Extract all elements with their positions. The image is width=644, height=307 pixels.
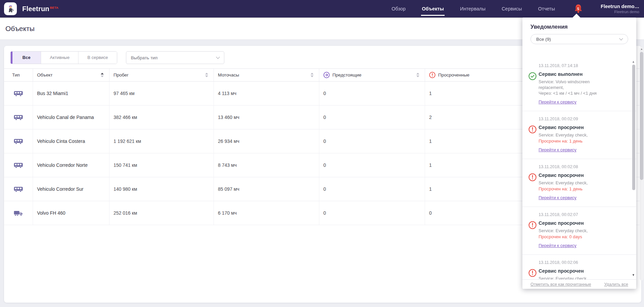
- mark-all-read-link[interactable]: Отметить все как прочитанные: [530, 282, 591, 287]
- column-label: Тип: [12, 72, 20, 78]
- type-select-placeholder: Выбрать тип: [131, 55, 158, 60]
- nav-tab[interactable]: Отчеты: [530, 0, 563, 18]
- go-to-service-link[interactable]: Перейти к сервису: [539, 195, 577, 200]
- column-header-upcoming[interactable]: Предстоящие: [319, 69, 425, 81]
- nav-tab[interactable]: Сервисы: [493, 0, 530, 18]
- notification-service: Service: Everyday check,: [539, 132, 613, 138]
- segment-label: Все: [23, 55, 31, 60]
- notification-service: Service: Volvo windscreen replacement,: [539, 79, 613, 90]
- list-scroll-up-arrow[interactable]: ▲: [632, 60, 635, 63]
- object-name-cell: Vehiculo Corredor Norte: [33, 153, 109, 177]
- notification-item: 13.11.2018, 00:02:07 Сервис просрочен Se…: [522, 207, 636, 255]
- notification-service: Service: Everyday check,: [539, 180, 613, 186]
- object-name-cell: Volvo FH 460: [33, 201, 109, 225]
- notifications-title: Уведомления: [530, 24, 628, 30]
- upcoming-cell: 0: [319, 153, 425, 177]
- notification-timestamp: 13.11.2018, 00:02:08: [539, 164, 628, 169]
- chevron-down-icon: [216, 55, 220, 59]
- upcoming-icon: [323, 72, 330, 78]
- nav-tab[interactable]: Интервалы: [452, 0, 494, 18]
- fleetrun-logo[interactable]: [4, 2, 17, 15]
- status-filter-segment[interactable]: Все: [10, 52, 41, 64]
- page-scrollbar[interactable]: ▲: [640, 47, 644, 280]
- scroll-up-arrow[interactable]: ▲: [640, 48, 644, 51]
- status-filter-segment[interactable]: В сервисе: [78, 52, 117, 64]
- go-to-service-link[interactable]: Перейти к сервису: [539, 243, 577, 248]
- alert-circle-icon: [528, 125, 537, 133]
- sort-icon: [311, 73, 314, 77]
- notification-count-badge: 5: [576, 6, 581, 11]
- mileage-cell: 150 741 км: [109, 153, 214, 177]
- engine-hours-cell: 8 743 мч: [214, 153, 319, 177]
- alert-circle-icon: [528, 173, 537, 181]
- chevron-down-icon: [619, 36, 623, 40]
- notifications-list: 13.11.2018, 07:14:18 Сервис выполнен Ser…: [522, 58, 636, 279]
- alert-circle-icon: [528, 269, 537, 277]
- notification-item: 13.11.2018, 00:02:06 Сервис просрочен Se…: [522, 255, 636, 279]
- notification-title: Сервис просрочен: [539, 173, 628, 178]
- segment-label: В сервисе: [87, 55, 108, 60]
- nav-tab-label: Объекты: [422, 6, 444, 11]
- notification-title: Сервис просрочен: [539, 268, 628, 274]
- notification-overdue-text: Просрочен на: 0 days: [539, 234, 628, 240]
- vehicle-type-cell: [4, 201, 33, 225]
- mileage-cell: 382 466 км: [109, 105, 214, 129]
- upcoming-cell: 0: [319, 82, 425, 105]
- object-name-cell: Vehiculo Corredor Sur: [33, 177, 109, 201]
- column-label: Пробег: [114, 72, 129, 78]
- user-account: Fleetrun demo: [601, 9, 639, 14]
- status-filter-segment[interactable]: Активные: [41, 52, 78, 64]
- notification-overdue-text: Просрочен на: 1 день: [539, 138, 628, 144]
- vehicle-type-cell: [4, 129, 33, 153]
- nav-tab[interactable]: Обзор: [384, 0, 414, 18]
- sort-icon: [416, 73, 419, 77]
- mileage-cell: 1 192 621 км: [109, 129, 214, 153]
- top-navbar: FleetrunBETA Обзор Объекты Интервалы Сер…: [0, 0, 644, 18]
- page-scrollbar-thumb[interactable]: [640, 52, 643, 180]
- type-select[interactable]: Выбрать тип: [126, 51, 224, 64]
- sort-icon: [101, 73, 104, 77]
- column-label: Предстоящие: [332, 72, 361, 78]
- mileage-cell: 252 016 км: [109, 201, 214, 225]
- upcoming-cell: 0: [319, 201, 425, 225]
- go-to-service-link[interactable]: Перейти к сервису: [539, 147, 577, 152]
- object-name-cell: Bus 32 Miami1: [33, 82, 109, 105]
- notification-status: [528, 125, 537, 133]
- notification-title: Сервис просрочен: [539, 125, 628, 130]
- column-header-type: Тип: [4, 69, 33, 81]
- notification-overdue-text: Просрочен на: 1 день: [539, 186, 628, 192]
- column-label: Моточасы: [218, 72, 239, 78]
- notifications-filter-select[interactable]: Все (9): [530, 34, 628, 44]
- column-header-mileage[interactable]: Пробег: [109, 69, 214, 81]
- nav-tab-label: Сервисы: [502, 6, 522, 11]
- user-menu[interactable]: Fleetrun demo… Fleetrun demo: [601, 3, 639, 14]
- notification-item: 13.11.2018, 00:02:08 Сервис просрочен Se…: [522, 159, 636, 207]
- notification-item: 13.11.2018, 00:02:09 Сервис просрочен Se…: [522, 111, 636, 159]
- notification-status: [528, 269, 537, 277]
- column-header-engine-hours[interactable]: Моточасы: [214, 69, 319, 81]
- nav-tab-label: Обзор: [392, 6, 406, 11]
- delete-all-link[interactable]: Удалить все: [604, 282, 628, 287]
- mileage-cell: 97 465 км: [109, 82, 214, 105]
- nav-tab[interactable]: Объекты: [414, 0, 452, 18]
- list-scrollbar-thumb[interactable]: [632, 65, 635, 190]
- user-name: Fleetrun demo…: [601, 3, 639, 9]
- notifications-bell-button[interactable]: 5: [573, 3, 583, 14]
- brand[interactable]: FleetrunBETA: [17, 5, 59, 13]
- notification-title: Сервис просрочен: [539, 220, 628, 226]
- status-filter: Все Активные В сервисе: [10, 51, 117, 64]
- go-to-service-link[interactable]: Перейти к сервису: [539, 99, 577, 104]
- alert-circle-icon: [528, 221, 537, 229]
- upcoming-cell: 0: [319, 105, 425, 129]
- vehicle-type-cell: [4, 153, 33, 177]
- list-scroll-down-arrow[interactable]: ▼: [632, 273, 635, 277]
- notification-title: Сервис выполнен: [539, 71, 628, 77]
- column-header-object[interactable]: Объект: [33, 69, 109, 81]
- brand-name: Fleetrun: [22, 5, 50, 12]
- notification-timestamp: 13.11.2018, 07:14:18: [539, 63, 628, 68]
- notifications-footer: Отметить все как прочитанные Удалить все: [522, 279, 636, 289]
- engine-hours-cell: 6 170 мч: [214, 201, 319, 225]
- notification-timestamp: 13.11.2018, 00:02:07: [539, 212, 628, 217]
- notification-status: [528, 221, 537, 229]
- beta-badge: BETA: [50, 6, 59, 9]
